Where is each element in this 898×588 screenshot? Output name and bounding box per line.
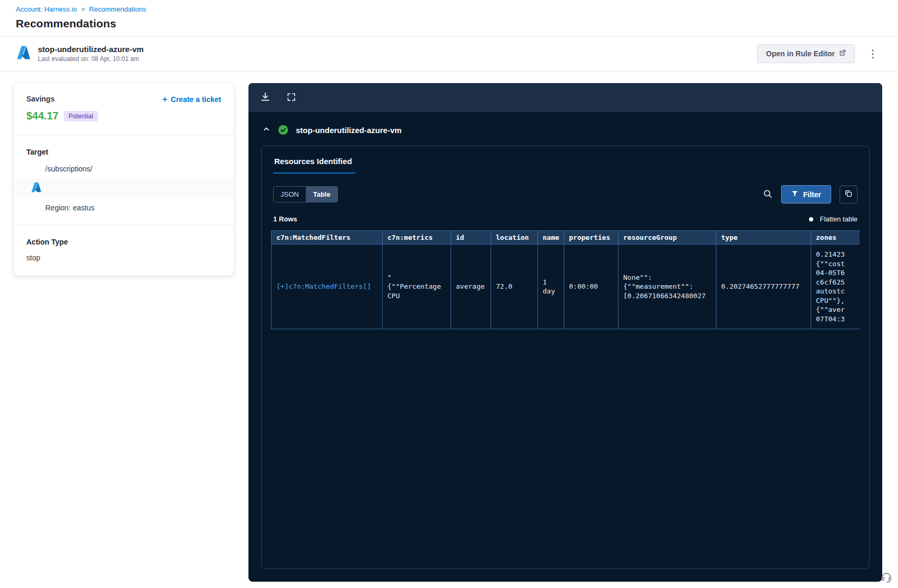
filter-label: Filter: [803, 190, 821, 199]
search-button[interactable]: [763, 189, 773, 200]
resources-identified-panel: Resources Identified JSON Table: [261, 146, 870, 569]
column-header-type: type: [716, 231, 811, 245]
cell-resourcegroup: None"": {""measurement"": [0.20671066342…: [618, 245, 716, 329]
create-ticket-button[interactable]: + Create a ticket: [162, 95, 221, 104]
search-icon: [763, 189, 773, 200]
more-options-kebab-button[interactable]: ⋮: [863, 47, 882, 60]
column-header-zones: zones: [811, 231, 860, 245]
breadcrumb: Account: Harness.io > Recommendations: [16, 5, 882, 13]
content-area: Savings + Create a ticket $44.17 Potenti…: [0, 70, 898, 586]
flatten-table-toggle[interactable]: Flatten table: [809, 215, 857, 223]
target-section: Target /subscriptions/ Region: eastus: [26, 148, 221, 212]
view-mode-toggle: JSON Table: [273, 186, 338, 202]
potential-badge: Potential: [64, 111, 98, 121]
cell-metrics: " {""Percentage CPU: [383, 245, 451, 329]
tab-resources-identified[interactable]: Resources Identified: [273, 157, 355, 174]
action-type-section: Action Type stop: [26, 238, 221, 262]
card-divider: [14, 225, 234, 225]
external-link-icon: [839, 49, 846, 58]
matchedfilters-expand-link[interactable]: [+]c7n:MatchedFilters[]: [276, 282, 371, 290]
recommendation-header: stop-underutilized-azure-vm Last evaluat…: [0, 36, 898, 70]
top-bar: Account: Harness.io > Recommendations Re…: [0, 0, 898, 36]
cell-id: average: [451, 245, 491, 329]
cell-properties: 0:00:00: [564, 245, 618, 329]
table-row: [+]c7n:MatchedFilters[] " {""Percentage …: [272, 245, 860, 329]
cell-name: 1 day: [538, 245, 564, 329]
copy-icon: [844, 189, 853, 199]
open-rule-editor-label: Open in Rule Editor: [766, 49, 835, 58]
column-header-resourcegroup: resourceGroup: [618, 231, 716, 245]
action-type-label: Action Type: [26, 238, 221, 246]
cell-matchedfilters: [+]c7n:MatchedFilters[]: [272, 245, 383, 329]
savings-amount: $44.17: [26, 110, 58, 122]
panel-toolbar: [248, 83, 882, 112]
column-header-properties: properties: [564, 231, 618, 245]
fullscreen-button[interactable]: [286, 92, 296, 104]
savings-label: Savings: [26, 95, 55, 103]
plus-icon: +: [162, 95, 167, 104]
create-ticket-label: Create a ticket: [171, 95, 221, 104]
collapse-section-button[interactable]: [262, 125, 271, 135]
results-table-container: c7n:MatchedFilters c7n:metrics id locati…: [271, 230, 860, 329]
success-check-icon: [278, 125, 288, 135]
results-table: c7n:MatchedFilters c7n:metrics id locati…: [271, 230, 860, 329]
target-label: Target: [26, 148, 221, 156]
breadcrumb-account-link[interactable]: Account: Harness.io: [16, 5, 77, 13]
column-header-name: name: [538, 231, 564, 245]
breadcrumb-recommendations-link[interactable]: Recommendations: [89, 5, 146, 13]
azure-target-icon: [31, 186, 42, 195]
copy-button[interactable]: [840, 186, 857, 204]
page-title: Recommendations: [16, 17, 882, 30]
cell-type: 0.20274652777777777: [716, 245, 811, 329]
target-path: /subscriptions/: [45, 165, 221, 173]
cell-location: 72.0: [491, 245, 538, 329]
last-evaluated-text: Last evaluated on: 08 Apr, 10:01 am: [38, 55, 144, 63]
support-chat-button[interactable]: [880, 571, 893, 585]
card-divider: [14, 135, 234, 135]
panel-rule-title: stop-underutilized-azure-vm: [296, 126, 402, 135]
filter-funnel-icon: [791, 190, 799, 199]
evaluation-result-panel: stop-underutilized-azure-vm Resources Id…: [248, 83, 882, 582]
target-icon-row: [14, 178, 234, 198]
breadcrumb-separator: >: [81, 6, 85, 13]
open-rule-editor-button[interactable]: Open in Rule Editor: [757, 44, 855, 63]
column-header-location: location: [491, 231, 538, 245]
target-region: Region: eastus: [45, 204, 221, 212]
view-table-button[interactable]: Table: [306, 187, 337, 202]
download-button[interactable]: [260, 92, 271, 104]
expand-icon: [286, 92, 296, 104]
view-json-button[interactable]: JSON: [274, 187, 306, 202]
filter-button[interactable]: Filter: [781, 185, 831, 204]
flatten-toggle-dot-icon: [809, 217, 813, 221]
column-header-matchedfilters: c7n:MatchedFilters: [272, 231, 383, 245]
chevron-up-icon: [262, 125, 271, 135]
headset-icon: [880, 577, 893, 585]
savings-summary-card: Savings + Create a ticket $44.17 Potenti…: [14, 83, 234, 276]
recommendation-title: stop-underutilized-azure-vm: [38, 45, 144, 54]
download-icon: [260, 92, 271, 104]
column-header-metrics: c7n:metrics: [383, 231, 451, 245]
action-type-value: stop: [26, 254, 221, 262]
cell-zones: 0.21423 {""cost 04-05T6 c6cf625 autostc …: [811, 245, 860, 329]
azure-logo-icon: [16, 45, 32, 63]
column-header-id: id: [451, 231, 491, 245]
flatten-table-label: Flatten table: [820, 215, 857, 223]
rows-count: 1 Rows: [273, 215, 297, 223]
table-header-row: c7n:MatchedFilters c7n:metrics id locati…: [272, 231, 860, 245]
